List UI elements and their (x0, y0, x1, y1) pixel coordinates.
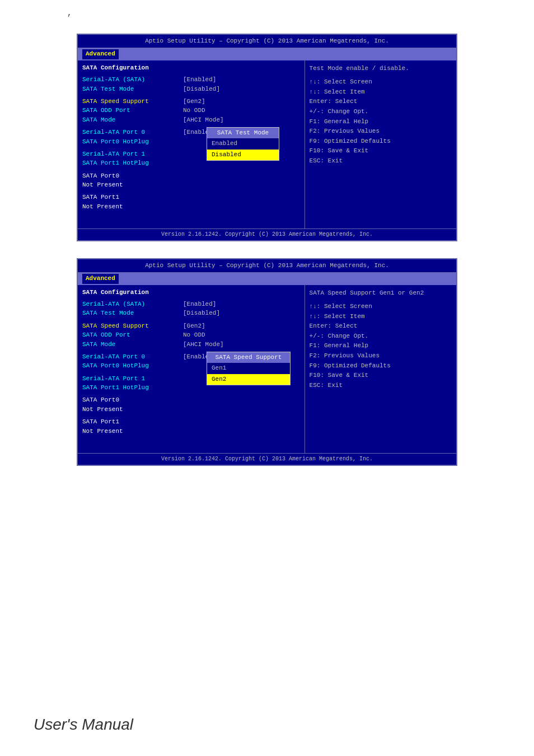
bios-footer-1: Version 2.16.1242. Copyright (C) 2013 Am… (78, 228, 456, 240)
label-port1-notpresent: Not Present (82, 203, 183, 211)
bios-screen-1-wrapper: Aptio Setup Utility – Copyright (C) 2013… (11, 34, 523, 241)
row2-port1-status: SATA Port1 (82, 418, 300, 426)
bios-footer-2: Version 2.16.1242. Copyright (C) 2013 Am… (78, 453, 456, 465)
key-f2-1: F2: Previous Values (310, 127, 452, 137)
value2-serial-ata: [Enabled] (183, 300, 216, 309)
popup-item-disabled[interactable]: Disabled (207, 150, 279, 160)
section-title-2: SATA Configuration (82, 288, 300, 297)
bios-screen-2-wrapper: Aptio Setup Utility – Copyright (C) 2013… (11, 258, 523, 466)
popup-item-enabled[interactable]: Enabled (207, 138, 279, 149)
row2-serial-ata: Serial-ATA (SATA) [Enabled] (82, 300, 300, 309)
section-title-1: SATA Configuration (82, 64, 300, 72)
value-serial-ata: [Enabled] (183, 76, 216, 84)
label-port1-status: SATA Port1 (82, 193, 183, 202)
row-sata-mode: SATA Mode [AHCI Mode] (82, 116, 300, 124)
label-port1: Serial-ATA Port 1 (82, 150, 183, 158)
key-select-screen-1: ↑↓: Select Screen (310, 77, 452, 87)
label-port1-hotplug: SATA Port1 HotPlug (82, 159, 183, 167)
bios-header-1: Aptio Setup Utility – Copyright (C) 2013… (78, 35, 456, 48)
label2-port0: Serial-ATA Port 0 (82, 353, 183, 361)
value2-sata-odd: No ODD (183, 331, 205, 339)
key-change-2: +/-: Change Opt. (310, 332, 452, 342)
top-comma: , (67, 8, 72, 17)
key-enter-2: Enter: Select (310, 321, 452, 332)
row2-sata-speed: SATA Speed Support [Gen2] (82, 322, 300, 330)
row2-port1-notpresent: Not Present (82, 427, 300, 436)
key-f1-1: F1: General Help (310, 117, 452, 127)
key-select-screen-2: ↑↓: Select Screen (310, 302, 452, 312)
label2-port1-hotplug: SATA Port1 HotPlug (82, 384, 183, 392)
bios-tab-bar-2: Advanced (78, 273, 456, 284)
label2-serial-ata: Serial-ATA (SATA) (82, 300, 183, 309)
key-select-item-1: ↑↓: Select Item (310, 87, 452, 97)
value-sata-test-mode: [Disabled] (183, 85, 220, 94)
label2-port0-hotplug: SATA Port0 HotPlug (82, 362, 183, 370)
bios-popup-2: SATA Speed Support Gen1 Gen2 (207, 352, 291, 385)
popup-item-gen2[interactable]: Gen2 (207, 374, 290, 385)
value2-sata-mode: [AHCI Mode] (183, 340, 224, 349)
popup-item-gen1[interactable]: Gen1 (207, 363, 290, 374)
key-f2-2: F2: Previous Values (310, 351, 452, 361)
label-port0-hotplug: SATA Port0 HotPlug (82, 138, 183, 146)
label-sata-mode: SATA Mode (82, 116, 183, 124)
bios-header-2: Aptio Setup Utility – Copyright (C) 2013… (78, 259, 456, 273)
row-port0-notpresent: Not Present (82, 181, 300, 189)
label-sata-odd: SATA ODD Port (82, 106, 183, 115)
key-esc-2: ESC: Exit (310, 381, 452, 391)
page-container: , Aptio Setup Utility – Copyright (C) 20… (0, 0, 534, 756)
row-sata-odd: SATA ODD Port No ODD (82, 106, 300, 115)
value-sata-odd: No ODD (183, 106, 205, 115)
value2-sata-speed: [Gen2] (183, 322, 205, 330)
key-f1-2: F1: General Help (310, 341, 452, 351)
row-port0-status: SATA Port0 (82, 172, 300, 180)
help-text-2: SATA Speed Support Gen1 or Gen2 (310, 288, 452, 298)
key-change-1: +/-: Change Opt. (310, 107, 452, 117)
bios-right-1: Test Mode enable / disable. ↑↓: Select S… (305, 60, 456, 228)
bios-screen-1: Aptio Setup Utility – Copyright (C) 2013… (77, 34, 457, 241)
key-select-item-2: ↑↓: Select Item (310, 312, 452, 322)
label-sata-test-mode: SATA Test Mode (82, 85, 183, 94)
label2-port0-notpresent: Not Present (82, 405, 183, 414)
label-port0: Serial-ATA Port 0 (82, 128, 183, 137)
keys-2: ↑↓: Select Screen ↑↓: Select Item Enter:… (310, 302, 452, 390)
row-port1-notpresent: Not Present (82, 203, 300, 211)
row-port1-status: SATA Port1 (82, 193, 300, 202)
bios-tab-advanced-2[interactable]: Advanced (82, 274, 119, 283)
key-f9-2: F9: Optimized Defaults (310, 361, 452, 371)
row2-port0-status: SATA Port0 (82, 396, 300, 404)
row-serial-ata: Serial-ATA (SATA) [Enabled] (82, 76, 300, 84)
popup-title-2: SATA Speed Support (207, 352, 290, 363)
row2-sata-test-mode: SATA Test Mode [Disabled] (82, 309, 300, 318)
bios-screen-2: Aptio Setup Utility – Copyright (C) 2013… (77, 258, 457, 466)
key-f10-1: F10: Save & Exit (310, 146, 452, 156)
label2-sata-mode: SATA Mode (82, 340, 183, 349)
bios-popup-1: SATA Test Mode Enabled Disabled (207, 127, 279, 161)
key-f10-2: F10: Save & Exit (310, 371, 452, 381)
label2-port1-notpresent: Not Present (82, 427, 183, 436)
label2-port1-status: SATA Port1 (82, 418, 183, 426)
bios-tab-advanced-1[interactable]: Advanced (82, 49, 119, 59)
row2-port0-notpresent: Not Present (82, 405, 300, 414)
bios-tab-bar-1: Advanced (78, 48, 456, 60)
popup-title-1: SATA Test Mode (207, 128, 279, 138)
value-sata-speed: [Gen2] (183, 97, 205, 106)
label-port0-notpresent: Not Present (82, 181, 183, 189)
users-manual-label: User's Manual (34, 716, 133, 734)
key-f9-1: F9: Optimized Defaults (310, 137, 452, 147)
label2-port0-status: SATA Port0 (82, 396, 183, 404)
value2-sata-test-mode: [Disabled] (183, 309, 220, 318)
row-sata-test-mode: SATA Test Mode [Disabled] (82, 85, 300, 94)
key-esc-1: ESC: Exit (310, 156, 452, 166)
value-sata-mode: [AHCI Mode] (183, 116, 224, 124)
label2-port1: Serial-ATA Port 1 (82, 375, 183, 383)
label-serial-ata: Serial-ATA (SATA) (82, 76, 183, 84)
label2-sata-speed: SATA Speed Support (82, 322, 183, 330)
row2-sata-mode: SATA Mode [AHCI Mode] (82, 340, 300, 349)
label-sata-speed: SATA Speed Support (82, 97, 183, 106)
help-text-1: Test Mode enable / disable. (310, 64, 452, 73)
bios-right-2: SATA Speed Support Gen1 or Gen2 ↑↓: Sele… (305, 285, 456, 453)
label2-sata-odd: SATA ODD Port (82, 331, 183, 339)
keys-1: ↑↓: Select Screen ↑↓: Select Item Enter:… (310, 77, 452, 166)
label-port0-status: SATA Port0 (82, 172, 183, 180)
label2-sata-test-mode: SATA Test Mode (82, 309, 183, 318)
